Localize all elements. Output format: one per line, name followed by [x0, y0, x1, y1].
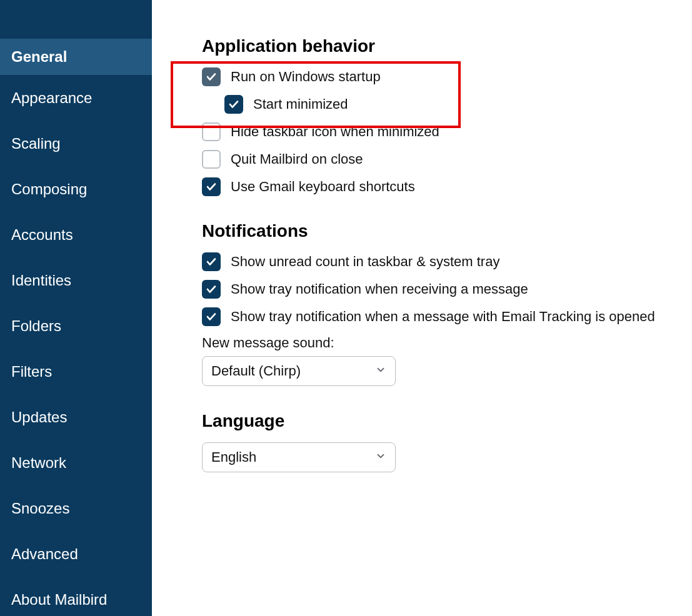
- chevron-down-icon: [375, 449, 386, 465]
- chevron-down-icon: [375, 363, 386, 379]
- checkbox-checked-icon[interactable]: [202, 177, 221, 196]
- sidebar-item-updates[interactable]: Updates: [0, 394, 152, 440]
- sidebar-item-accounts[interactable]: Accounts: [0, 212, 152, 257]
- checkbox-checked-icon[interactable]: [224, 95, 243, 114]
- sidebar-item-general[interactable]: General: [0, 39, 152, 75]
- sidebar-item-label: Accounts: [11, 226, 73, 244]
- checkbox-checked-icon[interactable]: [202, 280, 221, 299]
- option-tray-tracking[interactable]: Show tray notification when a message wi…: [202, 307, 692, 326]
- option-quit-on-close[interactable]: Quit Mailbird on close: [202, 150, 692, 169]
- sidebar-item-network[interactable]: Network: [0, 440, 152, 485]
- sidebar-item-label: General: [11, 48, 67, 66]
- sidebar-item-appearance[interactable]: Appearance: [0, 75, 152, 121]
- checkbox-checked-icon[interactable]: [202, 252, 221, 271]
- sidebar-item-label: Folders: [11, 317, 61, 335]
- select-value: Default (Chirp): [211, 363, 301, 379]
- option-unread-count[interactable]: Show unread count in taskbar & system tr…: [202, 252, 692, 271]
- sidebar-item-snoozes[interactable]: Snoozes: [0, 485, 152, 531]
- sidebar-item-label: Appearance: [11, 89, 92, 107]
- option-label: Hide taskbar icon when minimized: [231, 124, 439, 140]
- sidebar-item-label: About Mailbird: [11, 591, 107, 609]
- checkbox-checked-icon[interactable]: [202, 67, 221, 86]
- option-label: Run on Windows startup: [231, 69, 381, 85]
- sidebar-item-label: Network: [11, 454, 66, 472]
- checkbox-unchecked-icon[interactable]: [202, 122, 221, 141]
- sidebar-item-label: Scaling: [11, 135, 61, 152]
- option-label: Show tray notification when receiving a …: [231, 281, 528, 297]
- option-label: Show tray notification when a message wi…: [231, 309, 655, 325]
- sidebar-item-identities[interactable]: Identities: [0, 257, 152, 303]
- checkbox-unchecked-icon[interactable]: [202, 150, 221, 169]
- sidebar-item-label: Filters: [11, 363, 52, 380]
- sidebar-item-folders[interactable]: Folders: [0, 303, 152, 349]
- section-title-app-behavior: Application behavior: [202, 36, 692, 56]
- option-start-minimized[interactable]: Start minimized: [202, 95, 692, 114]
- sidebar-item-about[interactable]: About Mailbird: [0, 577, 152, 616]
- sidebar-item-scaling[interactable]: Scaling: [0, 121, 152, 166]
- select-value: English: [211, 449, 256, 465]
- sidebar-item-label: Composing: [11, 181, 87, 198]
- option-label: Start minimized: [253, 96, 348, 112]
- option-label: Use Gmail keyboard shortcuts: [231, 179, 415, 195]
- section-application-behavior: Application behavior Run on Windows star…: [202, 36, 692, 196]
- new-message-sound-label: New message sound:: [202, 335, 692, 351]
- option-gmail-shortcuts[interactable]: Use Gmail keyboard shortcuts: [202, 177, 692, 196]
- option-label: Quit Mailbird on close: [231, 151, 363, 167]
- sidebar-item-filters[interactable]: Filters: [0, 349, 152, 394]
- section-notifications: Notifications Show unread count in taskb…: [202, 221, 692, 386]
- sidebar: General Appearance Scaling Composing Acc…: [0, 0, 152, 616]
- main-panel: Application behavior Run on Windows star…: [152, 0, 692, 616]
- sidebar-item-advanced[interactable]: Advanced: [0, 531, 152, 577]
- option-run-on-startup[interactable]: Run on Windows startup: [202, 67, 692, 86]
- checkbox-checked-icon[interactable]: [202, 307, 221, 326]
- sidebar-item-composing[interactable]: Composing: [0, 166, 152, 212]
- new-message-sound-select[interactable]: Default (Chirp): [202, 356, 396, 386]
- option-tray-receive[interactable]: Show tray notification when receiving a …: [202, 280, 692, 299]
- language-select[interactable]: English: [202, 442, 396, 472]
- section-title-notifications: Notifications: [202, 221, 692, 241]
- option-label: Show unread count in taskbar & system tr…: [231, 254, 499, 270]
- section-language: Language English: [202, 411, 692, 472]
- sidebar-item-label: Snoozes: [11, 500, 69, 517]
- sidebar-item-label: Identities: [11, 272, 71, 289]
- sidebar-item-label: Advanced: [11, 545, 78, 563]
- option-hide-taskbar[interactable]: Hide taskbar icon when minimized: [202, 122, 692, 141]
- sidebar-item-label: Updates: [11, 409, 67, 426]
- section-title-language: Language: [202, 411, 692, 431]
